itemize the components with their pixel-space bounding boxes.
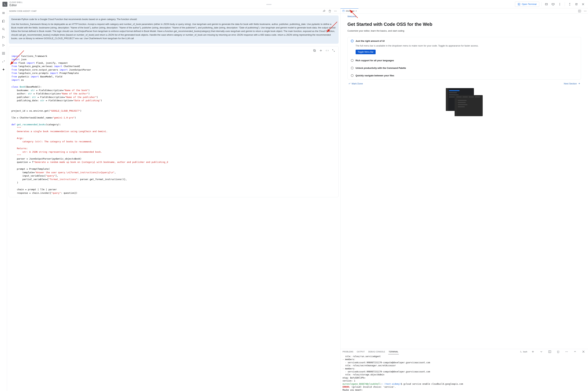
preview-icon[interactable] [544, 1, 549, 7]
walkthrough-title: Just the right amount of UI [356, 40, 385, 42]
prompt-text-1: Generate Python code for a Google Cloud … [11, 17, 336, 21]
terminal-shell-icon[interactable]: bash [520, 349, 527, 355]
welcome-breadcrumb[interactable]: Welcome [348, 15, 356, 18]
svg-point-17 [584, 11, 585, 11]
walkthrough-title: Quickly navigate between your files [356, 74, 394, 77]
svg-point-12 [335, 11, 336, 11]
svg-point-19 [586, 11, 587, 11]
search-icon[interactable] [1, 26, 6, 32]
welcome-subtitle: Customize your editor, learn the basics,… [348, 29, 581, 32]
close-icon[interactable] [580, 1, 586, 7]
panel-tab-terminal[interactable]: TERMINAL [388, 349, 399, 354]
open-terminal-button[interactable]: Open Terminal [515, 1, 539, 7]
user-prompt-bubble: Generate Python code for a Google Cloud … [9, 15, 339, 44]
mark-done-link[interactable]: Mark Done [348, 82, 363, 85]
svg-point-4 [2, 36, 3, 37]
share-icon[interactable] [321, 8, 327, 14]
more-horiz-icon[interactable] [333, 8, 338, 14]
svg-point-5 [2, 38, 3, 38]
terminal-output[interactable]: role: roles/run.serviceAgent - members: … [341, 354, 588, 391]
open-new-window-icon[interactable] [574, 1, 579, 7]
svg-point-3 [2, 28, 4, 30]
prompt-text-2: Use the functions_framework library to b… [11, 22, 336, 40]
new-terminal-icon[interactable] [530, 349, 536, 355]
radio-icon [351, 74, 354, 77]
svg-rect-15 [313, 49, 315, 51]
svg-rect-14 [314, 50, 316, 52]
svg-point-0 [560, 3, 560, 3]
more-vert-icon[interactable] [557, 1, 563, 7]
svg-rect-9 [4, 54, 4, 55]
tab-more-icon[interactable] [582, 8, 588, 14]
welcome-tab[interactable]: Welcome × [341, 8, 359, 13]
menu-icon[interactable] [1, 10, 6, 16]
source-control-icon[interactable] [1, 34, 6, 40]
radio-icon [351, 59, 354, 62]
kill-terminal-icon[interactable] [555, 349, 561, 355]
expand-icon[interactable] [331, 48, 336, 53]
walkthrough-item[interactable]: Just the right amount of UI The full men… [348, 37, 581, 57]
panel-more-icon[interactable] [564, 349, 569, 355]
walkthrough-card: Just the right amount of UI The full men… [348, 37, 581, 80]
debug-icon[interactable] [1, 42, 6, 48]
split-terminal-icon[interactable] [547, 349, 553, 355]
svg-point-2 [560, 5, 560, 5]
walkthrough-title: Unlock productivity with the Command Pal… [356, 67, 406, 69]
walkthrough-item[interactable]: Unlock productivity with the Command Pal… [348, 64, 581, 72]
cloud-shell-icon [2, 2, 7, 7]
toggle-menu-bar-button[interactable]: Toggle Menu Bar [356, 50, 376, 54]
svg-point-11 [334, 11, 335, 11]
tab-close-icon[interactable]: × [355, 10, 357, 12]
activity-bar [0, 8, 7, 391]
gemini-assist-icon[interactable] [1, 67, 6, 72]
panel-tab-output[interactable]: OUTPUT [357, 349, 365, 354]
device-icon[interactable] [550, 1, 556, 7]
svg-rect-8 [2, 54, 3, 55]
diff-icon[interactable] [325, 48, 330, 53]
chat-header-title: GEMINI CODE ASSIST: CHAT [9, 10, 37, 12]
svg-point-18 [585, 11, 586, 11]
drag-handle-icon[interactable] [266, 4, 272, 5]
svg-point-13 [336, 11, 337, 11]
welcome-tab-label: Welcome [346, 10, 355, 12]
svg-rect-7 [2, 52, 3, 53]
walkthrough-item[interactable]: Rich support for all your languages [348, 57, 581, 64]
welcome-heading: Get Started with Code OSS for the Web [348, 22, 581, 27]
chat-pane: GEMINI CODE ASSIST: CHAT Generate Python… [7, 8, 341, 391]
walkthrough-title: Rich support for all your languages [356, 59, 394, 62]
svg-point-21 [565, 352, 566, 352]
welcome-tab-icon [342, 10, 345, 13]
code-response-card: import functions_framework import json f… [9, 46, 339, 197]
code-block[interactable]: import functions_framework import json f… [9, 54, 338, 197]
walkthrough-desc: The full menu bar is available in the dr… [356, 44, 578, 48]
svg-rect-10 [4, 52, 4, 53]
editor-tabbar: Welcome × [341, 8, 588, 14]
terminal-dropdown-icon[interactable] [539, 349, 544, 355]
svg-point-6 [4, 37, 4, 38]
walkthrough-item[interactable]: Quickly navigate between your files [348, 72, 581, 79]
extensions-icon[interactable] [1, 51, 6, 56]
topbar-title: Editor [9, 3, 23, 7]
next-section-link[interactable]: Next Section [564, 82, 580, 85]
open-terminal-label: Open Terminal [522, 3, 537, 5]
panel-tab-problems[interactable]: PROBLEMS [342, 349, 354, 354]
topbar: CLOUD SHELL Editor Open Terminal [0, 0, 588, 8]
topbar-overline: CLOUD SHELL [9, 1, 23, 3]
svg-point-23 [567, 352, 568, 352]
terminal-pane: PROBLEMS OUTPUT DEBUG CONSOLE TERMINAL b… [341, 349, 588, 391]
explorer-icon[interactable] [1, 18, 6, 24]
cloud-code-icon[interactable] [1, 59, 6, 64]
radio-icon [351, 40, 354, 42]
panel-maximize-icon[interactable] [572, 349, 578, 355]
split-editor-icon[interactable] [577, 8, 582, 14]
right-pane: Welcome × Welcome Get Started with Code … [341, 8, 588, 391]
trash-icon[interactable] [327, 8, 333, 14]
radio-icon [351, 67, 354, 69]
svg-point-22 [566, 352, 567, 352]
panel-tab-debug-console[interactable]: DEBUG CONSOLE [368, 349, 386, 354]
copy-icon[interactable] [312, 48, 317, 53]
collapse-icon[interactable] [567, 1, 573, 7]
insert-icon[interactable] [318, 48, 323, 53]
svg-point-1 [560, 4, 560, 4]
panel-close-icon[interactable] [581, 349, 586, 355]
